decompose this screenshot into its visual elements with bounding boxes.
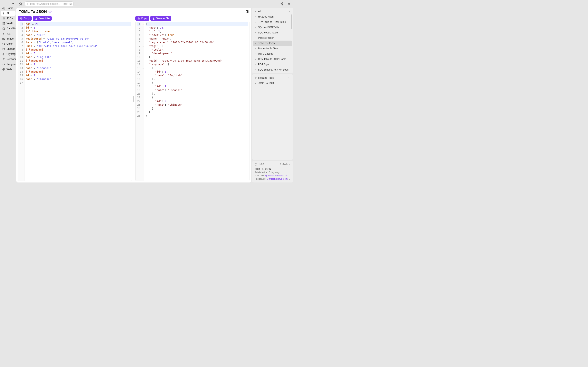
sidebar-item-yaml[interactable]: YAML — [1, 21, 16, 26]
tool-item-label: TOML To JSON — [258, 42, 275, 45]
tools-icon — [255, 77, 257, 79]
sidebar-item-programming[interactable]: Programming — [1, 62, 16, 67]
svg-point-23 — [286, 164, 287, 165]
nav-icon — [2, 68, 5, 71]
copy-label: Copy — [24, 17, 30, 20]
tool-item[interactable]: SQL to CSV Table — [253, 30, 292, 35]
pin-icon — [255, 42, 257, 44]
output-code-area[interactable]: 1234567891011121314151617181920212223242… — [135, 22, 250, 181]
tool-item[interactable]: TOML To JSON — [253, 41, 292, 46]
meta-title: TOML To JSON — [255, 168, 291, 170]
share-button[interactable] — [279, 1, 285, 6]
nav-icon — [2, 58, 5, 60]
sidebar-item-color[interactable]: Color — [1, 42, 16, 46]
pin-icon — [255, 63, 257, 66]
sidebar-item-label: Encode — [7, 48, 15, 50]
sidebar-item-label: Color — [7, 42, 13, 45]
copy-output-button[interactable]: Copy — [135, 16, 149, 21]
svg-point-13 — [282, 4, 283, 5]
sidebar-item-network[interactable]: Network — [1, 57, 16, 62]
workspace: TOML To JSON Copy — [16, 8, 251, 183]
svg-rect-4 — [3, 28, 4, 30]
svg-rect-1 — [4, 22, 5, 23]
search-box[interactable]: ⌘ + K — [25, 1, 73, 6]
nav-icon — [2, 7, 5, 9]
svg-point-11 — [282, 2, 283, 3]
pin-icon — [255, 26, 257, 29]
related-item[interactable]: JSON To TOML — [253, 81, 292, 86]
tool-item[interactable]: CSV Table to JSON Table — [253, 57, 292, 62]
chevron-down-icon[interactable] — [288, 163, 291, 166]
tool-item[interactable]: Paseto Parser — [253, 35, 292, 41]
home-button[interactable] — [18, 1, 23, 6]
input-editor-pane: Copy Select file 12345678910111213141516… — [16, 15, 134, 183]
svg-rect-16 — [247, 11, 248, 13]
sidebar-collapse-button[interactable] — [11, 2, 15, 5]
pin-icon — [255, 53, 257, 55]
check-circle-icon[interactable] — [285, 163, 288, 166]
favorite-icon[interactable] — [48, 10, 52, 13]
sidebar-item-web[interactable]: Web — [1, 67, 16, 72]
right-rail: All HAS160 HashTSV Table to HTML TableSQ… — [252, 8, 293, 183]
tools-panel-head[interactable]: All — [253, 8, 292, 14]
related-panel: Related Tools JSON To TOML — [252, 74, 293, 160]
account-button[interactable] — [286, 1, 291, 6]
tool-item[interactable]: SQL to JSON Table — [253, 25, 292, 30]
sidebar-item-date-time[interactable]: Date/Time — [1, 26, 16, 31]
layout-toggle-icon[interactable] — [245, 10, 249, 13]
copy-input-button[interactable]: Copy — [18, 16, 32, 21]
pin-icon — [255, 82, 257, 84]
related-panel-title: Related Tools — [258, 76, 274, 79]
tool-item[interactable]: HAS160 Hash — [253, 14, 292, 19]
svg-rect-0 — [3, 22, 3, 23]
select-file-button[interactable]: Select file — [33, 16, 52, 21]
globe-icon[interactable] — [282, 163, 285, 166]
sidebar-item-all[interactable]: All — [1, 11, 16, 16]
sidebar-item-text[interactable]: Text — [1, 31, 16, 36]
tool-item-label: TSV Table to HTML Table — [258, 21, 286, 24]
meta-tool-link: Tool Link: https://t.he3app.co… — [255, 174, 291, 177]
nav-icon — [2, 17, 5, 20]
title-row: TOML To JSON — [16, 8, 251, 15]
tools-panel: All HAS160 HashTSV Table to HTML TableSQ… — [252, 8, 293, 73]
related-item-label: JSON To TOML — [258, 82, 275, 85]
sidebar-item-label: All — [7, 12, 9, 15]
plug-icon[interactable] — [279, 163, 282, 166]
save-as-file-label: Save as file — [156, 17, 169, 20]
nav-icon — [2, 22, 5, 25]
svg-rect-2 — [3, 24, 3, 25]
nav-icon — [2, 63, 5, 66]
tool-item[interactable]: SQL Schema To JAVA Bean — [253, 67, 292, 72]
pin-icon — [255, 58, 257, 60]
search-input[interactable] — [30, 2, 62, 5]
sidebar-item-image[interactable]: Image — [1, 36, 16, 41]
save-as-file-button[interactable]: Save as file — [150, 16, 171, 21]
sidebar-item-label: YAML — [7, 22, 13, 25]
svg-point-10 — [27, 3, 28, 4]
sidebar: HomeAllJSONYAMLDate/TimeTextImageColorEn… — [0, 0, 16, 184]
tool-item-label: SQL Schema To JAVA Bean — [258, 68, 288, 71]
tools-scrollbar[interactable] — [291, 15, 292, 72]
search-icon — [27, 3, 28, 5]
sidebar-item-encode[interactable]: Encode — [1, 47, 16, 51]
tool-link[interactable]: https://t.he3app.co… — [268, 174, 290, 177]
tool-item[interactable]: Properties To Toml — [253, 46, 292, 51]
nav-icon — [2, 12, 5, 15]
tool-item[interactable]: UTF8 Encode — [253, 51, 292, 57]
tool-item-label: HAS160 Hash — [258, 15, 274, 18]
sidebar-item-cryptography[interactable]: Cryptography — [1, 52, 16, 57]
input-code-area[interactable]: 1234567891011121314151617 age = 26id = 1… — [18, 22, 132, 181]
feedback-link[interactable]: https://github.com/… — [269, 178, 291, 180]
tool-item-label: UTF8 Encode — [258, 52, 273, 55]
related-panel-head[interactable]: Related Tools — [253, 75, 292, 81]
tool-item[interactable]: TSV Table to HTML Table — [253, 19, 292, 25]
sidebar-item-json[interactable]: JSON — [1, 16, 16, 21]
nav-icon — [2, 37, 5, 40]
svg-rect-3 — [4, 24, 5, 25]
tool-item[interactable]: PGP Sign — [253, 62, 292, 67]
tool-item-label: SQL to JSON Table — [258, 26, 279, 29]
meta-panel: 1.0.0 TOML To JSON Published at: — [252, 161, 293, 183]
svg-point-12 — [281, 3, 282, 4]
sidebar-item-home[interactable]: Home — [1, 6, 16, 11]
select-file-label: Select file — [39, 17, 50, 20]
